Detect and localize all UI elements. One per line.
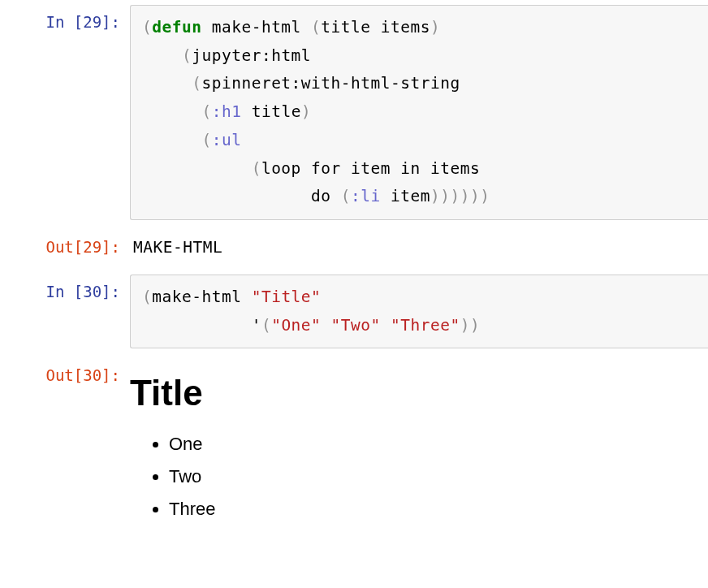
code-token: make-html: [152, 288, 251, 306]
code-token: (: [341, 187, 351, 205]
code-token: jupyter:html: [192, 46, 311, 65]
code-token: [142, 46, 182, 65]
cell-content: (defun make-html (title items) (jupyter:…: [130, 5, 708, 220]
code-token: [142, 131, 201, 149]
output-text: MAKE-HTML: [130, 230, 708, 265]
code-token: [381, 316, 391, 335]
code-token: spinneret:with-html-string: [201, 74, 460, 93]
code-token: "Title": [252, 288, 322, 306]
cell-content: MAKE-HTML: [130, 230, 708, 265]
html-output: Title OneTwoThree: [130, 358, 708, 528]
code-token: do: [142, 187, 341, 205]
code-token: make-html: [201, 18, 311, 37]
code-token: ): [430, 18, 440, 37]
code-token: [142, 102, 201, 121]
list-item: Three: [169, 493, 708, 525]
output-prompt: Out[29]:: [0, 230, 130, 265]
code-token: (: [261, 316, 271, 335]
code-token: (: [142, 18, 152, 37]
code-token: title items: [321, 18, 430, 37]
code-token: :li: [351, 187, 381, 205]
output-prompt: Out[30]:: [0, 358, 130, 528]
code-token: ): [470, 316, 480, 335]
code-token: [142, 159, 252, 178]
rendered-list: OneTwoThree: [130, 428, 708, 525]
output-cell: Out[30]: Title OneTwoThree: [0, 353, 708, 533]
code-token: "One": [271, 316, 321, 335]
list-item: One: [169, 428, 708, 460]
code-token: (: [201, 102, 211, 121]
code-token: (: [252, 159, 261, 178]
code-token: ): [440, 187, 450, 205]
code-token: [142, 74, 192, 93]
code-editor[interactable]: (defun make-html (title items) (jupyter:…: [130, 5, 708, 220]
code-token: [321, 316, 330, 335]
input-cell: In [29]: (defun make-html (title items) …: [0, 0, 708, 225]
code-token: ): [460, 316, 470, 335]
code-token: ): [460, 187, 470, 205]
input-cell: In [30]: (make-html "Title" '("One" "Two…: [0, 270, 708, 353]
code-token: (: [311, 18, 321, 37]
list-item: Two: [169, 460, 708, 493]
code-token: (: [201, 131, 211, 149]
code-token: defun: [152, 18, 201, 37]
output-cell: Out[29]: MAKE-HTML: [0, 225, 708, 270]
code-token: ': [142, 316, 261, 335]
code-editor[interactable]: (make-html "Title" '("One" "Two" "Three"…: [130, 275, 708, 348]
code-token: ): [480, 187, 490, 205]
code-token: (: [142, 288, 152, 306]
code-token: ): [470, 187, 480, 205]
code-token: loop for item in items: [261, 159, 480, 178]
code-token: (: [182, 46, 192, 65]
code-token: "Three": [391, 316, 460, 335]
code-token: (: [192, 74, 201, 93]
input-prompt: In [29]:: [0, 5, 130, 220]
code-token: ): [430, 187, 440, 205]
code-token: ): [301, 102, 311, 121]
code-token: :h1: [212, 102, 242, 121]
input-prompt: In [30]:: [0, 275, 130, 348]
code-token: :ul: [212, 131, 242, 149]
code-token: title: [241, 102, 300, 121]
code-token: item: [381, 187, 430, 205]
rendered-heading: Title: [130, 373, 708, 413]
code-token: ): [451, 187, 460, 205]
cell-content: (make-html "Title" '("One" "Two" "Three"…: [130, 275, 708, 348]
code-token: "Two": [331, 316, 381, 335]
